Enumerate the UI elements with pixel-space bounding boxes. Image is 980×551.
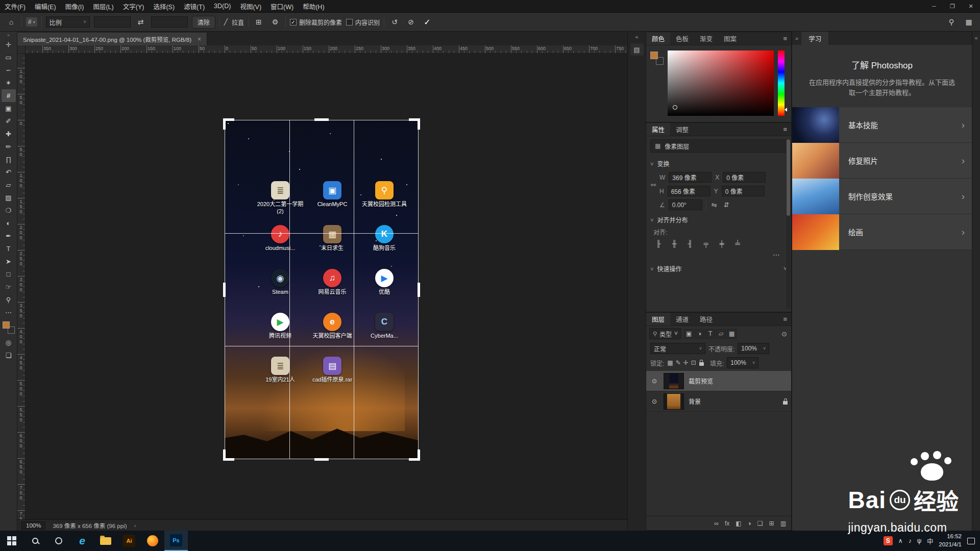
tab-learn[interactable]: 学习 — [801, 32, 828, 45]
workspace-switcher-icon[interactable]: ▦ — [963, 16, 975, 28]
blend-mode-select[interactable]: 正常 ˅ — [650, 343, 705, 354]
properties-scrollbar[interactable] — [786, 138, 791, 309]
align-icon-5[interactable]: ╧ — [732, 238, 743, 248]
status-chevron-icon[interactable]: › — [134, 522, 136, 529]
type-tool[interactable]: T — [2, 242, 16, 255]
layer-row-background[interactable]: ⊙ 背景 — [646, 391, 791, 412]
taskbar-clock[interactable]: 16:52 2021/4/1 — [939, 533, 962, 548]
brush-tool[interactable]: ✏ — [2, 140, 16, 153]
delete-cropped-pixels-checkbox[interactable] — [290, 19, 297, 26]
foreground-color-swatch[interactable] — [3, 321, 10, 329]
vertical-ruler[interactable]: 1005005010015020025030035040045050055060… — [17, 54, 26, 519]
delete-layer-icon[interactable]: ▥ — [780, 520, 786, 527]
edit-toolbar-icon[interactable]: ⋯ — [2, 306, 16, 319]
hue-slider-marker[interactable] — [785, 108, 787, 112]
y-position-field[interactable]: 0 像素 — [722, 186, 765, 196]
panel-menu-icon[interactable]: ≡ — [779, 126, 791, 133]
learn-card-creative-effects[interactable]: 制作创意效果 › — [792, 179, 972, 214]
learn-card-repair-photos[interactable]: 修复照片 › — [792, 143, 972, 179]
filter-toggle-icon[interactable]: ⊙ — [781, 330, 788, 338]
close-button[interactable]: ✕ — [962, 0, 980, 12]
taskbar-search-button[interactable] — [23, 531, 47, 551]
document-tab-close-icon[interactable]: × — [198, 36, 201, 43]
lock-icon-2[interactable]: ✛ — [683, 359, 689, 366]
layer-filter-icon-0[interactable]: ▣ — [684, 329, 694, 339]
zoom-tool[interactable]: ⚲ — [2, 293, 16, 306]
blur-tool[interactable]: ❍ — [2, 204, 16, 217]
properties-tab-属性[interactable]: 属性 — [646, 123, 670, 136]
menu-item[interactable]: 选择(S) — [149, 0, 179, 12]
dodge-tool[interactable]: ◐ — [2, 217, 16, 230]
crop-handle-top-right[interactable] — [409, 118, 420, 130]
color-swatches[interactable] — [2, 321, 15, 334]
sogou-input-icon[interactable]: S — [884, 536, 893, 545]
crop-ratio-select[interactable]: 比例 ˅ — [46, 16, 90, 28]
cortana-button[interactable] — [47, 531, 70, 551]
start-button[interactable] — [0, 531, 23, 551]
crop-handle-top-left[interactable] — [223, 118, 234, 130]
content-aware-option[interactable]: 内容识别 — [346, 18, 380, 27]
ruler-origin-box[interactable] — [17, 45, 26, 54]
align-icon-4[interactable]: ╪ — [716, 238, 727, 248]
foreground-color-swatch[interactable] — [650, 52, 658, 59]
volume-icon[interactable]: ♪ — [909, 537, 912, 544]
layer-thumbnail[interactable] — [664, 393, 684, 410]
menu-item[interactable]: 编辑(E) — [30, 0, 61, 12]
ratio-height-input[interactable] — [151, 16, 188, 28]
visibility-eye-icon[interactable]: ⊙ — [650, 398, 659, 405]
pen-tool[interactable]: ✒ — [2, 230, 16, 242]
zoom-level-field[interactable]: 100% — [21, 521, 45, 530]
menu-item[interactable]: 窗口(W) — [266, 0, 298, 12]
crop-tool[interactable]: # — [2, 89, 16, 102]
healing-brush-tool[interactable]: ✚ — [2, 128, 16, 140]
lock-all-icon[interactable] — [699, 362, 704, 366]
menu-item[interactable]: 图像(I) — [61, 0, 89, 12]
eraser-tool[interactable]: ▱ — [2, 179, 16, 191]
gradient-tool[interactable]: ▨ — [2, 191, 16, 204]
color-tab-色板[interactable]: 色板 — [670, 32, 694, 45]
usb-icon[interactable]: ψ — [917, 537, 922, 544]
panel-menu-icon[interactable]: ≡ — [779, 35, 791, 42]
action-center-icon[interactable] — [967, 538, 975, 544]
lock-icon-1[interactable]: ✎ — [676, 359, 681, 366]
learn-card-basic-skills[interactable]: 基本技能 › — [792, 107, 972, 143]
minimize-button[interactable]: ─ — [925, 0, 943, 12]
clone-stamp-tool[interactable]: ∏ — [2, 153, 16, 166]
link-layers-icon[interactable]: ∞ — [714, 520, 719, 527]
link-dimensions-icon[interactable]: ⚯ — [651, 182, 656, 189]
layer-filter-icon-2[interactable]: T — [705, 329, 715, 339]
crop-handle-bottom-left[interactable] — [223, 449, 234, 461]
ratio-width-input[interactable] — [94, 16, 131, 28]
color-tab-渐变[interactable]: 渐变 — [694, 32, 718, 45]
path-selection-tool[interactable]: ➤ — [2, 255, 16, 268]
menu-item[interactable]: 图层(L) — [88, 0, 118, 12]
photoshop-button[interactable]: Ps — [164, 531, 188, 551]
home-icon[interactable]: ⌂ — [5, 16, 17, 28]
panel-menu-icon[interactable]: ≡ — [779, 315, 791, 323]
toolbar-collapse-icon[interactable]: » — [7, 32, 10, 38]
document-image[interactable]: ≣2020大二第一学期 (2)▣CleanMyPC⚲天翼校园检测工具♪cloud… — [225, 120, 419, 459]
rectangle-tool[interactable]: □ — [2, 268, 16, 281]
layer-group-icon[interactable]: ❏ — [757, 520, 763, 527]
edge-taskbar-button[interactable]: e — [70, 531, 94, 551]
layer-filter-icon-3[interactable]: ▱ — [716, 329, 726, 339]
quick-actions-header[interactable]: ˅ 快速操作 ˅ — [646, 261, 791, 276]
crop-handle-bottom[interactable] — [314, 458, 329, 461]
align-icon-3[interactable]: ╤ — [700, 238, 712, 248]
align-icon-0[interactable]: ╟ — [653, 238, 664, 248]
flip-vertical-icon[interactable]: ⇵ — [722, 201, 731, 209]
reset-crop-icon[interactable]: ↺ — [388, 16, 401, 28]
color-tab-图案[interactable]: 图案 — [718, 32, 742, 45]
collapse-learn-icon[interactable]: » — [792, 35, 801, 41]
eyedropper-tool[interactable]: ✐ — [2, 115, 16, 128]
quick-mask-icon[interactable]: ◎ — [2, 336, 16, 349]
hand-tool[interactable]: ☞ — [2, 281, 16, 293]
new-layer-icon[interactable]: ⊞ — [769, 520, 774, 527]
visibility-eye-icon[interactable]: ⊙ — [650, 378, 659, 385]
current-tool-button[interactable]: # ▾ — [26, 17, 37, 27]
expand-panels-icon[interactable]: « — [635, 34, 638, 40]
layers-tab-路径[interactable]: 路径 — [694, 313, 718, 325]
cancel-crop-icon[interactable]: ⊘ — [405, 16, 417, 28]
transform-section-header[interactable]: ˅ 变换 — [646, 156, 791, 170]
fill-select[interactable]: 100% ˅ — [727, 357, 758, 368]
